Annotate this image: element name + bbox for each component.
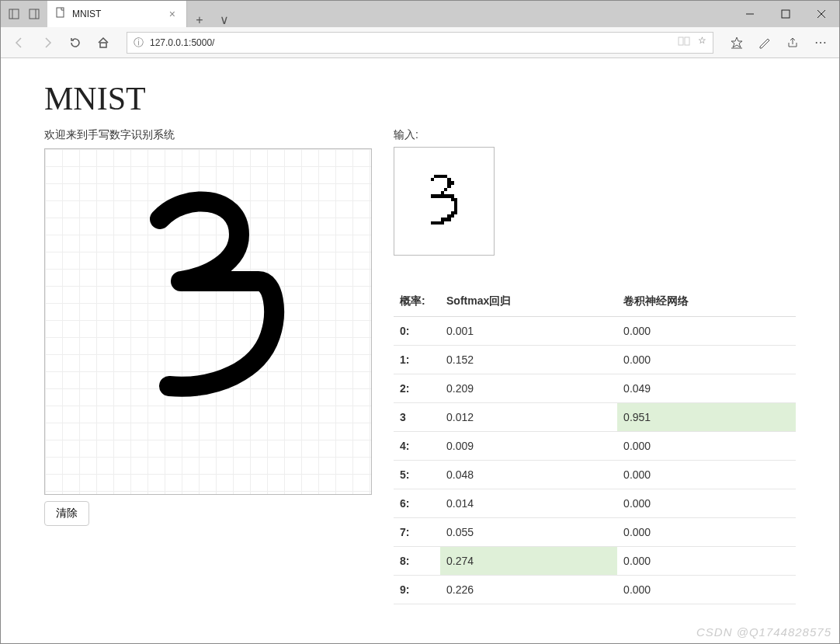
svg-rect-0 [9,9,19,19]
svg-rect-29 [441,194,444,197]
row-label: 2: [394,374,440,403]
svg-rect-33 [451,198,454,201]
svg-rect-17 [441,175,444,178]
url-bar[interactable]: ⓘ 127.0.0.1:5000/ ☆ [127,32,713,54]
svg-rect-10 [679,37,683,45]
softmax-cell: 0.048 [440,461,617,489]
svg-rect-30 [444,194,447,197]
probability-table: 概率: Softmax回归 卷积神经网络 0:0.0010.0001:0.152… [394,287,796,604]
favorite-icon[interactable]: ☆ [698,35,706,50]
cnn-cell: 0.000 [617,547,796,576]
browser-tab[interactable]: MNIST × [47,1,187,27]
reading-view-icon[interactable] [678,35,690,50]
svg-rect-21 [447,181,450,184]
softmax-cell: 0.001 [440,317,617,346]
softmax-cell: 0.152 [440,346,617,374]
row-label: 9: [394,576,440,604]
window-close-button[interactable] [804,1,839,27]
svg-rect-31 [447,194,450,197]
svg-rect-28 [437,194,440,197]
svg-marker-12 [731,37,742,47]
url-text: 127.0.0.1:5000/ [150,37,214,48]
table-row: 6:0.0140.000 [394,489,796,518]
input-thumbnail [394,147,495,256]
svg-rect-34 [454,198,457,201]
row-label: 1: [394,346,440,374]
svg-rect-47 [437,221,440,225]
svg-rect-46 [434,221,437,225]
cnn-cell: 0.049 [617,374,796,403]
notes-icon[interactable] [755,33,774,52]
nav-refresh-button[interactable] [66,33,85,52]
svg-rect-19 [431,178,434,181]
cnn-cell: 0.000 [617,489,796,518]
window-titlebar: MNIST × + ∨ [1,1,839,27]
browser-toolbar: ⓘ 127.0.0.1:5000/ ☆ ⋯ [1,27,839,58]
row-label: 4: [394,432,440,461]
clear-button[interactable]: 清除 [44,501,89,526]
drawing-canvas[interactable] [44,148,372,495]
cnn-cell: 0.000 [617,317,796,346]
softmax-cell: 0.209 [440,374,617,403]
svg-rect-2 [30,9,39,19]
window-minimize-button[interactable] [732,1,768,27]
svg-rect-44 [447,218,450,221]
svg-rect-9 [100,43,106,47]
page-icon [55,7,66,21]
softmax-cell: 0.226 [440,576,617,604]
svg-rect-15 [434,175,437,178]
input-label: 输入: [394,128,796,142]
col-header-cnn: 卷积神经网络 [617,287,796,317]
svg-rect-16 [437,175,440,178]
more-icon[interactable]: ⋯ [811,33,830,52]
row-label: 0: [394,317,440,346]
sidebar-toggle-icon[interactable] [7,7,21,21]
nav-home-button[interactable] [94,33,113,52]
svg-rect-24 [444,188,447,191]
row-label: 6: [394,489,440,518]
nav-forward-button[interactable] [38,33,57,52]
svg-rect-32 [451,194,454,197]
nav-back-button[interactable] [10,33,29,52]
svg-rect-48 [441,221,444,225]
svg-rect-27 [434,194,437,197]
row-label: 3 [394,403,440,432]
softmax-cell: 0.055 [440,518,617,547]
restore-tabs-icon[interactable] [27,7,41,21]
share-icon[interactable] [783,33,802,52]
window-maximize-button[interactable] [768,1,804,27]
row-label: 7: [394,518,440,547]
page-subtitle: 欢迎来到手写数字识别系统 [44,128,373,142]
cnn-cell: 0.000 [617,576,796,604]
new-tab-button[interactable]: + [187,13,212,27]
tab-overflow-icon[interactable]: ∨ [212,12,237,27]
softmax-cell: 0.014 [440,489,617,518]
col-header-softmax: Softmax回归 [440,287,617,317]
page-content: MNIST 欢迎来到手写数字识别系统 清除 输入: [1,58,839,643]
table-row: 1:0.1520.000 [394,346,796,374]
cnn-cell: 0.000 [617,518,796,547]
softmax-cell: 0.274 [440,547,617,576]
softmax-cell: 0.009 [440,432,617,461]
col-header-prob: 概率: [394,287,440,317]
svg-rect-42 [441,218,444,221]
svg-rect-4 [57,8,64,17]
svg-rect-39 [454,211,457,214]
table-row: 8:0.2740.000 [394,547,796,576]
table-row: 4:0.0090.000 [394,432,796,461]
table-row: 30.0120.951 [394,403,796,432]
tab-close-icon[interactable]: × [166,8,179,20]
site-info-icon[interactable]: ⓘ [134,36,144,50]
svg-rect-25 [441,191,444,194]
favorites-list-icon[interactable] [727,33,746,52]
row-label: 5: [394,461,440,489]
svg-rect-20 [447,178,450,181]
cnn-cell: 0.000 [617,432,796,461]
svg-rect-41 [451,214,454,218]
svg-rect-11 [685,37,689,45]
svg-rect-36 [454,204,457,207]
row-label: 8: [394,547,440,576]
svg-rect-37 [454,208,457,211]
svg-rect-35 [454,201,457,204]
table-row: 5:0.0480.000 [394,461,796,489]
